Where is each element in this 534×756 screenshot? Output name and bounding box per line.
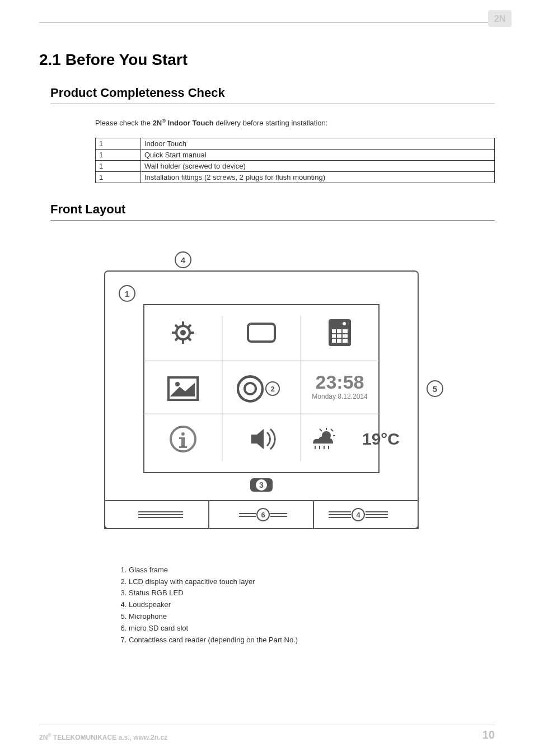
svg-rect-17 xyxy=(332,329,348,343)
legend-item: Status RGB LED xyxy=(129,587,495,599)
legend-item: Microphone xyxy=(129,611,495,623)
callout-speaker-4: 4 xyxy=(356,511,360,519)
svg-point-23 xyxy=(175,382,180,386)
qty-cell: 1 xyxy=(96,171,141,183)
item-cell: Wall holder (screwed to device) xyxy=(141,160,495,171)
front-layout-diagram: 23:58 Monday 8.12.2014 xyxy=(88,237,446,536)
svg-point-27 xyxy=(181,432,185,436)
speaker-icon xyxy=(251,429,275,449)
svg-text:2N: 2N xyxy=(494,14,505,24)
temperature-value: 19°C xyxy=(362,430,400,448)
callout-4-top: 4 xyxy=(181,255,186,265)
legend-item: Glass frame xyxy=(129,564,495,576)
table-row: 1 Quick Start manual xyxy=(96,149,495,160)
table-row: 1 Installation fittings (2 screws, 2 plu… xyxy=(96,171,495,183)
svg-marker-31 xyxy=(251,429,264,449)
page-number: 10 xyxy=(483,729,495,741)
at-sign-icon xyxy=(238,376,263,402)
callout-2: 2 xyxy=(270,385,274,393)
section-heading-completeness: Product Completeness Check xyxy=(50,86,495,100)
legend-item: LCD display with capacitive touch layer xyxy=(129,576,495,588)
weather-icon xyxy=(313,428,335,449)
settings-icon xyxy=(172,321,194,344)
legend-item: Loudspeaker xyxy=(129,599,495,611)
svg-point-25 xyxy=(245,383,256,394)
info-icon xyxy=(171,427,195,451)
item-cell: Quick Start manual xyxy=(141,149,495,160)
svg-rect-30 xyxy=(179,437,184,439)
footer-text: 2N® TELEKOMUNIKACE a.s., www.2n.cz xyxy=(39,732,167,741)
svg-line-12 xyxy=(188,338,191,340)
speaker-grille-left xyxy=(138,512,183,517)
svg-line-9 xyxy=(175,325,178,328)
page: 2N 2.1 Before You Start Product Complete… xyxy=(0,0,534,756)
svg-line-36 xyxy=(331,429,333,431)
top-divider xyxy=(39,22,495,23)
sd-slot xyxy=(239,514,256,516)
clock-time: 23:58 xyxy=(316,371,364,393)
svg-line-10 xyxy=(188,325,191,328)
legend-item: Contactless card reader (depending on th… xyxy=(129,634,495,646)
svg-rect-14 xyxy=(248,324,275,342)
speaker-grille-right xyxy=(329,512,351,517)
section-divider xyxy=(50,220,495,221)
clock-date: Monday 8.12.2014 xyxy=(312,393,368,400)
callout-3: 3 xyxy=(259,480,264,489)
qty-cell: 1 xyxy=(96,160,141,171)
callout-5: 5 xyxy=(433,384,437,394)
picture-icon xyxy=(168,377,198,400)
qty-cell: 1 xyxy=(96,149,141,160)
table-row: 1 Wall holder (screwed to device) xyxy=(96,160,495,171)
svg-point-16 xyxy=(343,322,346,325)
svg-rect-29 xyxy=(179,446,187,448)
tablet-icon xyxy=(248,324,275,342)
intro-text: Please check the 2N® Indoor Touch delive… xyxy=(95,118,495,129)
page-footer: 2N® TELEKOMUNIKACE a.s., www.2n.cz 10 xyxy=(39,725,495,741)
item-cell: Indoor Touch xyxy=(141,138,495,149)
section-heading-front-layout: Front Layout xyxy=(50,202,495,217)
callout-6: 6 xyxy=(261,511,265,519)
completeness-table: 1 Indoor Touch 1 Quick Start manual 1 Wa… xyxy=(95,138,495,183)
brand-logo-icon: 2N xyxy=(488,10,512,27)
legend-list: Glass frame LCD display with capacitive … xyxy=(118,564,495,646)
section-divider xyxy=(50,104,495,104)
svg-point-13 xyxy=(180,330,186,335)
qty-cell: 1 xyxy=(96,138,141,149)
item-cell: Installation fittings (2 screws, 2 plugs… xyxy=(141,171,495,183)
legend-item: micro SD card slot xyxy=(129,623,495,634)
intercom-icon xyxy=(329,319,351,346)
table-row: 1 Indoor Touch xyxy=(96,138,495,149)
callout-1: 1 xyxy=(125,289,129,298)
page-title: 2.1 Before You Start xyxy=(39,51,495,69)
svg-line-11 xyxy=(175,338,178,340)
svg-line-35 xyxy=(320,429,322,431)
